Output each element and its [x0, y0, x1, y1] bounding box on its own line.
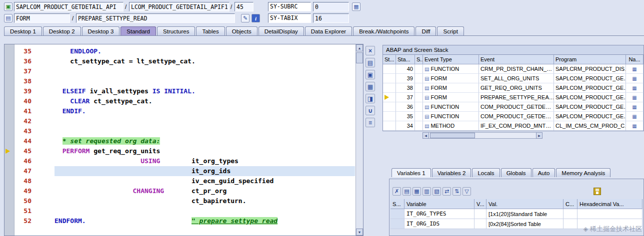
- code-line-43[interactable]: 43: [4, 126, 355, 136]
- scroll-down-icon[interactable]: [356, 229, 363, 236]
- table-detail-icon[interactable]: ▦: [412, 187, 421, 196]
- code-text[interactable]: ELSEIF iv_all_settypes IS INITIAL.: [54, 86, 355, 96]
- tab-data-explorer[interactable]: Data Explorer: [305, 26, 352, 35]
- watchpoint-icon[interactable]: ∪: [366, 106, 375, 115]
- code-text[interactable]: ENDIF.: [54, 106, 355, 116]
- line-margin[interactable]: [4, 76, 14, 86]
- line-margin[interactable]: [4, 96, 14, 106]
- code-text[interactable]: [54, 126, 355, 136]
- tab-diff[interactable]: Diff: [416, 26, 436, 35]
- code-line-50[interactable]: 50 ct_bapireturn.: [4, 196, 355, 206]
- code-text[interactable]: [54, 76, 355, 86]
- filter-icon[interactable]: ▽: [462, 187, 471, 196]
- code-line-51[interactable]: 51: [4, 206, 355, 216]
- code-line-46[interactable]: 46 USING it_org_types: [4, 156, 355, 166]
- line-margin[interactable]: [4, 196, 14, 206]
- code-line-36[interactable]: 36 ct_settype_cat = lt_settype_cat.: [4, 56, 355, 66]
- tab-tables[interactable]: Tables: [196, 26, 224, 35]
- line-margin[interactable]: [4, 216, 14, 226]
- code-line-47[interactable]: 47 it_org_ids: [4, 166, 355, 176]
- include-field[interactable]: [129, 2, 230, 11]
- save-layout-icon[interactable]: [594, 188, 601, 195]
- tab-structures[interactable]: Structures: [157, 26, 195, 35]
- info-icon[interactable]: i: [252, 14, 260, 22]
- trash-icon[interactable]: ✗: [392, 187, 401, 196]
- code-line-49[interactable]: 49 CHANGING ct_pr_org: [4, 186, 355, 196]
- stack-row[interactable]: 34▤METHODIF_EX_COM_PROD_MNT…CL_IM_CMS_CM…: [383, 121, 644, 131]
- line-margin[interactable]: [4, 46, 14, 56]
- sy-tabix-value[interactable]: [313, 13, 349, 23]
- line-margin[interactable]: [4, 166, 14, 176]
- line-margin[interactable]: [4, 146, 14, 156]
- code-text[interactable]: PERFORM get_req_org_units: [54, 146, 355, 156]
- code-line-42[interactable]: 42: [4, 116, 355, 126]
- line-margin[interactable]: [4, 136, 14, 146]
- event-type-field[interactable]: [14, 13, 70, 23]
- scrollbar-track[interactable]: [429, 132, 536, 139]
- code-text[interactable]: CLEAR ct_settype_cat.: [54, 96, 355, 106]
- stack-row[interactable]: 38▤FORMGET_REQ_ORG_UNITSSAPLCOM_PRODUCT_…: [383, 83, 644, 93]
- replace-tool-icon[interactable]: ▣: [366, 70, 375, 79]
- navigate-icon[interactable]: ▦: [632, 66, 636, 72]
- tab-variables-2[interactable]: Variables 2: [432, 168, 472, 177]
- line-margin[interactable]: [4, 56, 14, 66]
- stack-row[interactable]: 39▤FORMSET_ALL_ORG_UNITSSAPLCOM_PRODUCT_…: [383, 74, 644, 83]
- line-margin[interactable]: [4, 106, 14, 116]
- stack-row[interactable]: 36▤FUNCTIONCOM_PRODUCT_GETDE…SAPLCOM_PRO…: [383, 102, 644, 112]
- line-margin[interactable]: [4, 126, 14, 136]
- code-text[interactable]: [54, 66, 355, 76]
- table-contents-icon[interactable]: ▦: [352, 2, 360, 11]
- line-margin[interactable]: [4, 86, 14, 96]
- stack-horizontal-scrollbar[interactable]: ◀ ▶: [422, 132, 542, 139]
- line-margin[interactable]: [4, 206, 14, 216]
- code-line-40[interactable]: 40 CLEAR ct_settype_cat.: [4, 96, 355, 106]
- scroll-right-icon[interactable]: ▶: [536, 132, 542, 139]
- stack-row[interactable]: 37▤FORMPREPARE_SETTYPE_REA…SAPLCOM_PRODU…: [383, 93, 644, 102]
- new-tool-icon[interactable]: ▤: [366, 58, 375, 67]
- tab-desktop-1[interactable]: Desktop 1: [4, 26, 42, 35]
- line-margin[interactable]: [4, 66, 14, 76]
- code-line-41[interactable]: 41 ENDIF.: [4, 106, 355, 116]
- navigate-icon[interactable]: ▦: [632, 114, 636, 119]
- code-text[interactable]: ENDFORM. " prepare settype read: [54, 216, 355, 226]
- tab-break-watchpoints[interactable]: Break./Watchpoints: [353, 26, 414, 35]
- vars-select-cell[interactable]: [390, 209, 404, 219]
- compare-icon[interactable]: ⇄: [442, 187, 451, 196]
- tab-locals[interactable]: Locals: [472, 168, 500, 177]
- program-field[interactable]: [14, 2, 124, 11]
- stack-row[interactable]: 35▤FUNCTIONCOM_PRODUCT_GETDE…SAPLCOM_PRO…: [383, 112, 644, 121]
- editor-vertical-scrollbar[interactable]: [356, 44, 363, 236]
- stack-row[interactable]: 40▤FUNCTIONCRM_PR_DISTR_CHAIN_…SAPLCRM_P…: [383, 64, 644, 74]
- code-line-52[interactable]: 52ENDFORM. " prepare settype read: [4, 216, 355, 226]
- code-text[interactable]: ct_settype_cat = lt_settype_cat.: [54, 56, 355, 66]
- table-change-icon[interactable]: ▥: [422, 187, 431, 196]
- stack-navigate-cell[interactable]: ▦: [626, 83, 644, 93]
- code-text[interactable]: it_org_ids: [54, 166, 355, 176]
- maximize-tool-icon[interactable]: ▦: [366, 82, 375, 91]
- code-line-48[interactable]: 48 iv_ecm_guid_specified: [4, 176, 355, 186]
- table-create-icon[interactable]: ▤: [402, 187, 411, 196]
- code-line-38[interactable]: 38: [4, 76, 355, 86]
- tab-memory-analysis[interactable]: Memory Analysis: [556, 168, 610, 177]
- table-graphic-icon[interactable]: ▧: [432, 187, 441, 196]
- navigate-icon[interactable]: ▦: [632, 85, 636, 91]
- stack-navigate-cell[interactable]: ▦: [626, 112, 644, 121]
- sort-icon[interactable]: ⇅: [452, 187, 461, 196]
- line-margin[interactable]: [4, 186, 14, 196]
- navigate-icon[interactable]: ▦: [632, 104, 636, 110]
- code-text[interactable]: * set requested org data:: [54, 136, 355, 146]
- stack-navigate-cell[interactable]: ▦: [626, 121, 644, 131]
- line-margin[interactable]: [4, 176, 14, 186]
- tab-objects[interactable]: Objects: [226, 26, 258, 35]
- navigate-icon[interactable]: ▦: [632, 76, 636, 81]
- stack-navigate-cell[interactable]: ▦: [626, 102, 644, 112]
- code-line-45[interactable]: 45 PERFORM get_req_org_units: [4, 146, 355, 156]
- display-change-icon[interactable]: ✎: [241, 14, 250, 22]
- code-line-44[interactable]: 44 * set requested org data:: [4, 136, 355, 146]
- close-tool-icon[interactable]: ×: [366, 46, 375, 55]
- code-text[interactable]: [54, 206, 355, 216]
- line-margin[interactable]: [4, 156, 14, 166]
- scroll-up-icon[interactable]: [356, 44, 363, 51]
- vars-select-cell[interactable]: [390, 219, 404, 229]
- code-text[interactable]: ENDLOOP.: [54, 46, 355, 56]
